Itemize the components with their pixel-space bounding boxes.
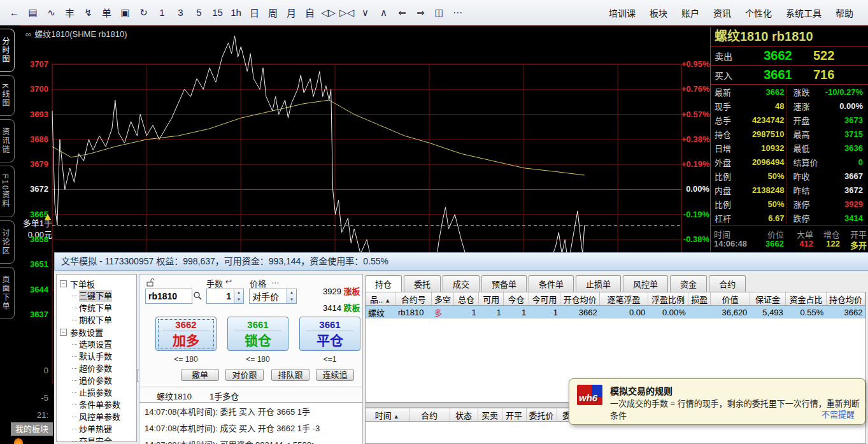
lock-icon[interactable] — [146, 278, 155, 287]
column-header[interactable]: 保证金 — [750, 292, 786, 306]
quote-board-icon[interactable]: ▤ — [24, 7, 42, 18]
follow-price-button[interactable]: 对价跟 — [225, 369, 264, 381]
column-header[interactable]: 价值 — [711, 292, 750, 306]
more-icon[interactable]: ⋯ — [448, 7, 467, 18]
close-position-button[interactable]: 3661平仓 — [299, 317, 360, 351]
layout-icon[interactable]: ◫ — [430, 7, 448, 18]
column-header[interactable]: 开仓均价 — [560, 292, 600, 306]
tree-item[interactable]: 期权下单 — [57, 314, 136, 326]
price-mode-input[interactable] — [249, 289, 287, 304]
column-header[interactable]: 今仓 — [504, 292, 529, 306]
menu-item-4[interactable]: 资讯 — [706, 6, 738, 19]
tree-item[interactable]: 超价参数 — [57, 362, 136, 375]
qty-input[interactable] — [206, 289, 234, 304]
column-header[interactable]: 持仓均价 — [826, 292, 865, 306]
save-icon[interactable]: ▣ — [116, 7, 134, 18]
column-header[interactable]: 合约 — [409, 408, 450, 422]
column-header[interactable]: 总仓 — [453, 292, 478, 306]
trade-tab-2[interactable]: 委托 — [404, 275, 441, 292]
period-month-button[interactable]: 月 — [282, 6, 301, 19]
kline-chart-icon[interactable]: 丰 — [60, 6, 79, 19]
period-custom-button[interactable]: 自 — [301, 6, 319, 19]
period-15min-button[interactable]: 15 — [208, 7, 227, 18]
column-header[interactable]: 今可用 — [529, 292, 560, 306]
qty-spinner[interactable]: ▲▼ — [234, 289, 244, 304]
order-panel-icon[interactable]: 单 — [97, 6, 116, 19]
trade-tab-1[interactable]: 持仓 — [365, 275, 402, 294]
tree-item[interactable]: 条件单参数 — [57, 399, 136, 411]
cancel-order-button[interactable]: 撤单 — [181, 369, 219, 381]
tree-item[interactable]: 选项设置 — [57, 338, 136, 350]
column-header[interactable]: 时间▲ — [366, 408, 409, 422]
period-week-button[interactable]: 周 — [264, 6, 282, 19]
sidebar-tab-3[interactable]: 资讯链 — [0, 119, 15, 162]
column-header[interactable]: 资金占比 — [786, 292, 827, 306]
column-header[interactable]: 开平 — [502, 408, 526, 422]
trade-tab-9[interactable]: 合约 — [709, 275, 746, 292]
queue-follow-button[interactable]: 排队跟 — [271, 369, 309, 381]
scroll-down-icon[interactable]: ∨ — [356, 7, 374, 18]
tree-group-2[interactable]: −参数设置 — [57, 326, 136, 338]
position-row[interactable]: 螺纹rb1810多111136620.000.00%36,6205,4930.5… — [366, 306, 865, 319]
popup-dismiss-link[interactable]: 不需提醒 — [822, 408, 855, 420]
sidebar-tab-2[interactable]: K线图 — [0, 75, 15, 116]
link-icon[interactable]: ∞ — [25, 29, 31, 39]
price-more-icon[interactable]: … — [271, 276, 280, 285]
tree-group-1[interactable]: −下单板 — [57, 278, 136, 290]
chase-order-button[interactable]: 连续追 — [316, 369, 354, 381]
menu-item-7[interactable]: 帮助 — [829, 6, 860, 19]
zoom-out-icon[interactable]: ◁▷ — [319, 7, 338, 18]
period-1min-button[interactable]: 1 — [153, 7, 171, 18]
menu-item-5[interactable]: 个性化 — [738, 6, 779, 19]
menu-item-6[interactable]: 系统工具 — [779, 6, 829, 19]
column-header[interactable]: 合约号 — [395, 292, 432, 306]
trend-chart-icon[interactable]: ∿ — [42, 7, 60, 18]
tree-item[interactable]: 止损参数 — [57, 387, 136, 399]
menu-item-3[interactable]: 账户 — [674, 6, 706, 19]
trade-tab-7[interactable]: 风控单 — [623, 275, 668, 292]
menu-item-1[interactable]: 培训课 — [602, 6, 643, 19]
price-spinner[interactable]: ▲▼ — [287, 289, 297, 304]
lightning-order-icon[interactable]: ↯ — [79, 7, 97, 18]
tree-item[interactable]: 追价参数 — [57, 375, 136, 387]
sidebar-tab-4[interactable]: F10资料 — [0, 166, 15, 217]
tree-item[interactable]: 默认手数 — [57, 350, 136, 362]
back-icon[interactable]: ← — [5, 7, 24, 18]
contract-input[interactable] — [145, 289, 192, 304]
trade-tab-4[interactable]: 预备单 — [481, 275, 527, 292]
column-header[interactable]: 损盈 — [688, 292, 711, 306]
refresh-icon[interactable]: ↻ — [134, 7, 153, 18]
tree-item[interactable]: 传统下单 — [57, 302, 136, 314]
cycle-qty-icon[interactable]: ↩ — [225, 277, 232, 286]
column-header[interactable]: 品..▲ — [366, 292, 395, 306]
tree-item[interactable]: 炒单热键 — [57, 423, 136, 435]
menu-item-2[interactable]: 板块 — [643, 6, 674, 19]
trade-tab-6[interactable]: 止损单 — [576, 275, 621, 292]
tree-item[interactable]: 风控单参数 — [57, 411, 136, 423]
bid-price[interactable]: 3661 — [743, 68, 813, 82]
column-header[interactable]: 状态 — [450, 408, 478, 422]
sidebar-tab-1[interactable]: 分时图 — [0, 29, 15, 72]
page-right-icon[interactable]: ⇒ — [411, 7, 430, 18]
my-board-tab[interactable]: 我的板块 — [11, 422, 53, 436]
period-5min-button[interactable]: 5 — [190, 7, 208, 18]
trade-tab-3[interactable]: 成交 — [443, 275, 480, 292]
column-header[interactable]: 可用 — [479, 292, 504, 306]
column-header[interactable]: 逐笔浮盈 — [600, 292, 648, 306]
period-3min-button[interactable]: 3 — [171, 7, 190, 18]
column-header[interactable]: 买卖 — [478, 408, 502, 422]
search-icon[interactable] — [193, 291, 203, 301]
tree-item[interactable]: 三键下单 — [57, 290, 136, 302]
tree-collapse-icon[interactable]: − — [60, 329, 67, 336]
add-long-button[interactable]: 3662加多 — [155, 317, 217, 351]
trade-tab-5[interactable]: 条件单 — [529, 275, 574, 292]
column-header[interactable]: 委托价 — [526, 408, 557, 422]
scroll-up-icon[interactable]: ∧ — [374, 7, 393, 18]
lock-position-button[interactable]: 3661锁仓 — [227, 317, 288, 351]
tree-collapse-icon[interactable]: − — [60, 280, 67, 287]
trade-tab-8[interactable]: 资金 — [670, 275, 707, 292]
zoom-in-icon[interactable]: ▷◁ — [338, 7, 356, 18]
sidebar-tab-5[interactable]: 讨论区 — [0, 220, 15, 264]
tree-item[interactable]: 交易安全 — [57, 435, 136, 442]
period-day-button[interactable]: 日 — [245, 6, 264, 19]
